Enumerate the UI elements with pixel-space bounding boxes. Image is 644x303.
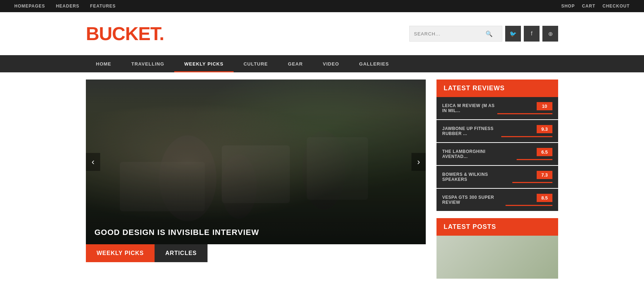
slider-tabs: WEEKLY PICKS ARTICLES xyxy=(86,244,426,262)
review-item-4[interactable]: VESPA GTS 300 SUPER REVIEW 8.5 xyxy=(436,189,558,211)
top-bar-left-links: HOMEPAGES HEADERS FEATURES xyxy=(14,4,116,9)
topbar-checkout[interactable]: CHECKOUT xyxy=(602,4,630,9)
review-bar-wrap-1: 9.3 xyxy=(497,125,552,137)
main-nav: HOME TRAVELLING WEEKLY PICKS CULTURE GEA… xyxy=(0,55,644,72)
tab-articles[interactable]: ARTICLES xyxy=(155,244,208,262)
rss-button[interactable]: ⊕ xyxy=(542,26,558,42)
review-bar-3 xyxy=(512,182,552,183)
nav-culture[interactable]: CULTURE xyxy=(234,55,278,72)
nav-travelling[interactable]: TRAVELLING xyxy=(121,55,174,72)
review-bar-2 xyxy=(517,159,552,160)
review-item-2[interactable]: THE LAMBORGHINI AVENTAD... 6.5 xyxy=(436,143,558,165)
review-item-1[interactable]: JAWBONE UP FITNESS RUBBER ... 9.3 xyxy=(436,120,558,142)
svg-rect-6 xyxy=(307,137,368,200)
review-item-0[interactable]: LEICA M REVIEW (M AS IN MIL... 10 xyxy=(436,97,558,119)
nav-home[interactable]: HOME xyxy=(86,55,121,72)
review-bar-0 xyxy=(497,113,552,114)
topbar-homepages[interactable]: HOMEPAGES xyxy=(14,4,45,9)
latest-posts-title: LATEST POSTS xyxy=(436,218,558,236)
review-title-4: VESPA GTS 300 SUPER REVIEW xyxy=(442,195,497,205)
review-item-3[interactable]: BOWERS & WILKINS SPEAKERS 7.3 xyxy=(436,166,558,188)
slider-prev-button[interactable]: ‹ xyxy=(86,153,100,171)
nav-video[interactable]: VIDEO xyxy=(313,55,349,72)
nav-galleries[interactable]: GALLERIES xyxy=(349,55,399,72)
latest-posts-image xyxy=(436,236,558,279)
review-title-2: THE LAMBORGHINI AVENTAD... xyxy=(442,149,497,159)
header: BUCKET. 🔍 🐦 f ⊕ xyxy=(0,12,644,55)
review-bar-wrap-3: 7.3 xyxy=(497,171,552,183)
twitter-button[interactable]: 🐦 xyxy=(505,26,521,42)
topbar-headers[interactable]: HEADERS xyxy=(56,4,79,9)
review-bar-1 xyxy=(501,136,552,137)
review-score-1: 9.3 xyxy=(537,125,552,133)
sidebar: LATEST REVIEWS LEICA M REVIEW (M AS IN M… xyxy=(436,80,558,286)
search-button[interactable]: 🔍 xyxy=(486,30,493,37)
site-logo[interactable]: BUCKET. xyxy=(86,23,164,44)
review-title-3: BOWERS & WILKINS SPEAKERS xyxy=(442,172,497,182)
review-title-1: JAWBONE UP FITNESS RUBBER ... xyxy=(442,126,497,136)
search-input[interactable] xyxy=(414,31,486,37)
review-bar-wrap-0: 10 xyxy=(497,102,552,114)
svg-rect-4 xyxy=(120,162,205,211)
nav-gear[interactable]: GEAR xyxy=(278,55,313,72)
header-right: 🔍 🐦 f ⊕ xyxy=(409,26,558,42)
tab-weekly-picks[interactable]: WEEKLY PICKS xyxy=(86,244,155,262)
review-bar-wrap-2: 6.5 xyxy=(497,148,552,160)
slider-next-button[interactable]: › xyxy=(411,153,426,171)
slider-image: ‹ GOOD DESIGN IS INVISIBLE INTERVIEW › xyxy=(86,80,426,244)
review-score-0: 10 xyxy=(537,102,552,110)
review-score-4: 8.5 xyxy=(537,194,552,202)
main-content: ‹ GOOD DESIGN IS INVISIBLE INTERVIEW › W… xyxy=(0,72,644,293)
review-score-2: 6.5 xyxy=(537,148,552,156)
latest-reviews-title: LATEST REVIEWS xyxy=(436,80,558,97)
nav-weekly-picks[interactable]: WEEKLY PICKS xyxy=(174,55,234,72)
review-title-0: LEICA M REVIEW (M AS IN MIL... xyxy=(442,103,497,113)
latest-posts-section: LATEST POSTS xyxy=(436,218,558,279)
facebook-button[interactable]: f xyxy=(524,26,540,42)
topbar-features[interactable]: FEATURES xyxy=(90,4,116,9)
svg-rect-5 xyxy=(222,145,290,203)
review-score-3: 7.3 xyxy=(537,171,552,179)
top-bar: HOMEPAGES HEADERS FEATURES SHOP CART CHE… xyxy=(0,0,644,12)
search-box: 🔍 xyxy=(409,26,502,42)
latest-reviews-section: LATEST REVIEWS LEICA M REVIEW (M AS IN M… xyxy=(436,80,558,211)
topbar-shop[interactable]: SHOP xyxy=(561,4,575,9)
topbar-cart[interactable]: CART xyxy=(582,4,595,9)
review-bar-wrap-4: 8.5 xyxy=(497,194,552,206)
top-bar-right-links: SHOP CART CHECKOUT xyxy=(561,4,630,9)
slider-area: ‹ GOOD DESIGN IS INVISIBLE INTERVIEW › W… xyxy=(86,80,426,286)
slider-caption: GOOD DESIGN IS INVISIBLE INTERVIEW xyxy=(86,221,268,244)
review-bar-4 xyxy=(506,205,552,206)
